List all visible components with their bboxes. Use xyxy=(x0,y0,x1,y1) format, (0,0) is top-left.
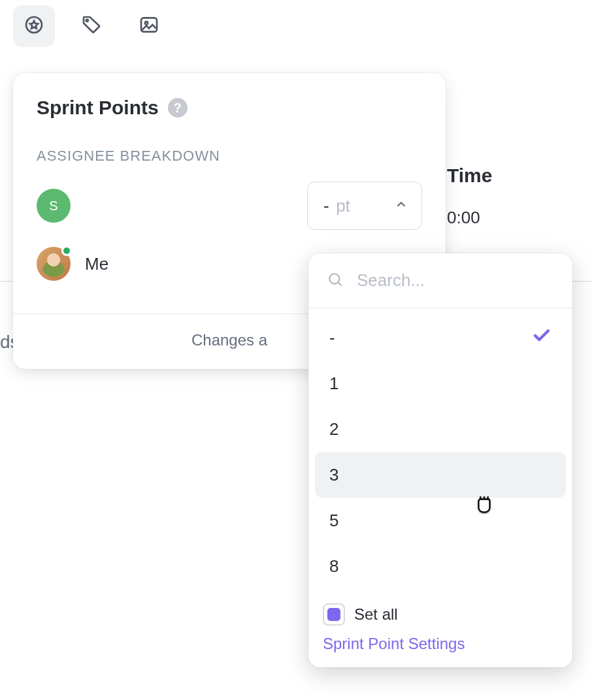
footer-text: Changes a xyxy=(191,331,267,349)
popover-header: Sprint Points ? xyxy=(13,73,446,132)
checkbox-checked-icon xyxy=(327,608,340,621)
section-label: ASSIGNEE BREAKDOWN xyxy=(13,132,446,176)
points-unit: pt xyxy=(336,196,350,215)
dropdown-option-2[interactable]: 2 xyxy=(315,406,566,452)
option-label: 3 xyxy=(329,465,338,485)
dropdown-list: - 1 2 3 5 8 xyxy=(308,308,572,596)
points-value: - xyxy=(323,196,329,215)
avatar-initial: S xyxy=(49,199,58,214)
search-input[interactable] xyxy=(357,270,554,291)
toolbar xyxy=(13,5,170,47)
image-icon xyxy=(139,14,159,38)
set-all-checkbox[interactable] xyxy=(323,603,345,626)
popover-title: Sprint Points xyxy=(37,97,159,119)
option-label: 2 xyxy=(329,419,338,439)
assignee-name: Me xyxy=(85,254,108,274)
dropdown-footer: Set all Sprint Point Settings xyxy=(308,596,572,667)
points-dropdown: - 1 2 3 5 8 Set all Sprint Point Setting… xyxy=(308,253,572,667)
dropdown-option-8[interactable]: 8 xyxy=(315,543,566,589)
tag-icon xyxy=(81,14,102,38)
avatar[interactable]: S xyxy=(37,189,71,223)
points-select[interactable]: - pt xyxy=(307,182,422,230)
help-icon[interactable]: ? xyxy=(168,98,188,118)
search-icon xyxy=(327,271,344,291)
check-icon xyxy=(532,326,551,350)
sprint-point-settings-link[interactable]: Sprint Point Settings xyxy=(320,635,561,653)
chevron-up-icon xyxy=(394,197,408,214)
svg-point-3 xyxy=(145,22,148,24)
set-all-label: Set all xyxy=(354,605,398,624)
dropdown-option-1[interactable]: 1 xyxy=(315,360,566,406)
avatar[interactable] xyxy=(37,247,71,281)
option-label: 8 xyxy=(329,556,338,577)
svg-point-4 xyxy=(329,274,339,283)
image-button[interactable] xyxy=(128,5,170,47)
dropdown-search xyxy=(308,253,572,308)
star-badge-icon xyxy=(24,14,44,38)
time-label: Time xyxy=(447,165,492,187)
presence-indicator xyxy=(61,246,72,256)
assignee-row: S - pt xyxy=(13,176,446,235)
option-label: 5 xyxy=(329,511,338,531)
star-badge-button[interactable] xyxy=(13,5,55,47)
set-all-row[interactable]: Set all xyxy=(320,599,561,635)
time-value: 0:00 xyxy=(447,208,480,228)
dropdown-option-none[interactable]: - xyxy=(315,315,566,360)
dropdown-option-3[interactable]: 3 xyxy=(315,452,566,498)
option-label: 1 xyxy=(329,374,338,394)
tag-button[interactable] xyxy=(71,5,112,47)
svg-point-1 xyxy=(86,20,88,22)
dropdown-option-5[interactable]: 5 xyxy=(315,498,566,543)
option-label: - xyxy=(329,328,335,348)
